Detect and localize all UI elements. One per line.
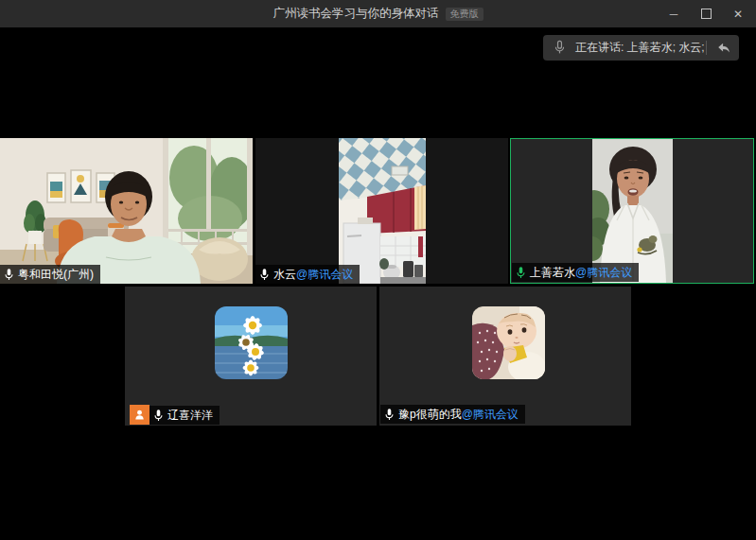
mic-on-icon xyxy=(259,268,270,282)
video-tile-participant-2[interactable]: 水云 @腾讯会议 xyxy=(255,138,508,284)
avatar-daisies xyxy=(215,306,288,379)
speaking-now-text: 正在讲话: 上善若水; 水云; xyxy=(575,40,706,56)
participant-name-tag: 上善若水 @腾讯会议 xyxy=(512,263,639,282)
mic-on-icon xyxy=(153,409,164,423)
maximize-icon xyxy=(701,9,712,19)
participant-name-tag: 豫p很萌的我 @腾讯会议 xyxy=(380,405,525,424)
host-badge xyxy=(130,405,149,425)
microphone-icon xyxy=(554,40,566,56)
video-tile-participant-4[interactable]: 辽喜洋洋 xyxy=(125,287,377,426)
titlebar: 广州读书会学习与你的身体对话 免费版 ─ ✕ xyxy=(0,0,756,27)
participant-suffix: @腾讯会议 xyxy=(575,265,632,281)
maximize-button[interactable] xyxy=(690,0,722,27)
speaking-indicator-bar[interactable]: 正在讲话: 上善若水; 水云; xyxy=(543,35,739,61)
participant-name: 豫p很萌的我 xyxy=(398,407,462,423)
minimize-icon: ─ xyxy=(670,8,678,21)
participant-suffix: @腾讯会议 xyxy=(462,407,519,423)
participant-name-tag: 粤和田悦(广州) xyxy=(0,265,100,284)
participant-suffix: @腾讯会议 xyxy=(296,267,353,283)
participant-name-tag: 辽喜洋洋 xyxy=(149,406,220,425)
participant-name: 辽喜洋洋 xyxy=(167,408,213,424)
close-icon: ✕ xyxy=(733,8,743,21)
mic-on-icon xyxy=(4,268,14,282)
minimize-button[interactable]: ─ xyxy=(658,0,690,27)
person-silhouette-icon xyxy=(133,409,146,421)
video-tile-participant-5[interactable]: 豫p很萌的我 @腾讯会议 xyxy=(379,287,631,426)
participant-name: 上善若水 xyxy=(530,265,575,281)
close-button[interactable]: ✕ xyxy=(722,0,754,27)
video-feed-kitchen xyxy=(339,138,426,284)
participant-name: 水云 xyxy=(273,267,296,283)
video-feed-livingroom xyxy=(0,138,253,284)
meeting-title: 广州读书会学习与你的身体对话 xyxy=(273,6,439,22)
meeting-window: 广州读书会学习与你的身体对话 免费版 ─ ✕ 正在讲话: 上善若水; 水云; xyxy=(0,0,756,540)
participant-name: 粤和田悦(广州) xyxy=(18,267,94,283)
collapse-bar-button[interactable] xyxy=(706,41,739,55)
mic-on-icon xyxy=(384,408,395,422)
reply-arrow-icon xyxy=(716,42,730,54)
video-feed-woman xyxy=(592,139,673,283)
video-tile-participant-1[interactable]: 粤和田悦(广州) xyxy=(0,138,253,284)
avatar-baby xyxy=(472,306,545,379)
participant-name-tag: 水云 @腾讯会议 xyxy=(255,265,360,284)
free-version-badge: 免费版 xyxy=(446,8,483,21)
video-tile-participant-3-active-speaker[interactable]: 上善若水 @腾讯会议 xyxy=(510,138,754,284)
mic-speaking-icon xyxy=(516,266,526,280)
